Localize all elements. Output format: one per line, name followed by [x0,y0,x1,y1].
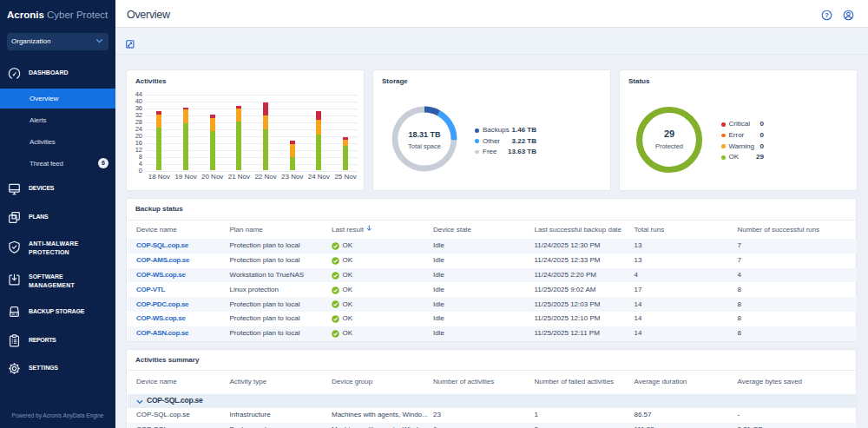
svg-text:?: ? [825,11,829,19]
